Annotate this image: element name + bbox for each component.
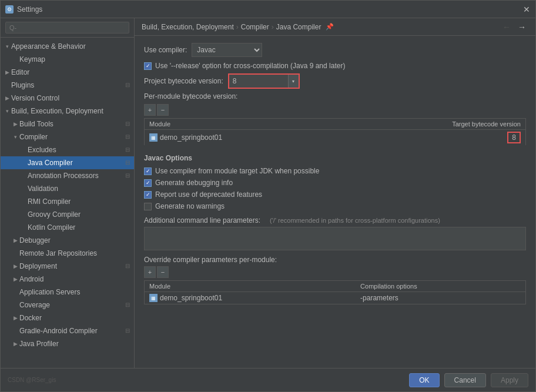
additional-params-note: ('/' recommended in paths for cross-plat… — [270, 217, 440, 224]
sidebar-item-editor[interactable]: ▶ Editor — [1, 66, 134, 79]
javac-option-checkbox-3[interactable]: ✓ — [144, 191, 152, 199]
add-override-button[interactable]: + — [144, 266, 156, 278]
sidebar-item-label: Java Profiler — [19, 339, 132, 349]
arrow-icon: ▾ — [3, 106, 11, 116]
ok-button[interactable]: OK — [409, 373, 439, 387]
override-module-name-cell: ▦ demo_springboot01 — [145, 292, 356, 304]
override-label: Override compiler parameters per-module: — [144, 256, 526, 264]
sidebar-item-android[interactable]: ▶ Android — [1, 273, 134, 286]
arrow-icon: ▶ — [11, 119, 19, 129]
javac-option-checkbox-4[interactable] — [144, 203, 152, 210]
additional-params-input[interactable] — [144, 227, 526, 250]
arrow-icon: ▶ — [11, 274, 19, 284]
sidebar-item-label: Coverage — [19, 300, 123, 310]
sidebar-item-label: Application Servers — [19, 287, 132, 297]
compiler-select[interactable]: Javac Eclipse Ajc — [192, 43, 262, 57]
sidebar-item-gradle-android-compiler[interactable]: Gradle-Android Compiler ⊟ — [1, 324, 134, 337]
sidebar-item-java-compiler[interactable]: Java Compiler ⊟ — [1, 156, 134, 169]
settings-icon: ⊟ — [123, 301, 132, 309]
arrow-icon: ▶ — [11, 313, 19, 323]
settings-icon: ⊟ — [123, 327, 132, 335]
sidebar-item-build-tools[interactable]: ▶ Build Tools ⊟ — [1, 118, 134, 130]
table-row[interactable]: ▦ demo_springboot01 -parameters — [145, 292, 526, 304]
pin-icon[interactable]: 📌 — [326, 23, 334, 31]
sidebar-item-version-control[interactable]: ▶ Version Control — [1, 92, 134, 105]
settings-icon: ⊟ — [123, 159, 132, 167]
sidebar-item-kotlin-compiler[interactable]: Kotlin Compiler — [1, 221, 134, 234]
javac-option-row-1: ✓ Use compiler from module target JDK wh… — [144, 167, 526, 175]
breadcrumb-separator: › — [272, 23, 274, 31]
sidebar-item-debugger[interactable]: ▶ Debugger — [1, 234, 134, 247]
module-name-cell: ▦ demo_springboot01 — [145, 130, 340, 146]
sidebar-item-label: Editor — [11, 67, 132, 78]
javac-option-row-4: Generate no warnings — [144, 202, 526, 210]
sidebar-item-rmi-compiler[interactable]: RMI Compiler — [1, 195, 134, 208]
sidebar-item-build-execution-deployment[interactable]: ▾ Build, Execution, Deployment — [1, 105, 134, 118]
sidebar-item-label: Annotation Processors — [28, 170, 123, 181]
sidebar-item-label: Groovy Compiler — [28, 209, 132, 220]
sidebar-item-plugins[interactable]: Plugins ⊟ — [1, 79, 134, 92]
override-col-options-header: Compilation options — [356, 281, 525, 292]
override-toolbar: + − — [144, 266, 526, 278]
sidebar-item-validation[interactable]: Validation — [1, 182, 134, 195]
breadcrumb-separator: › — [236, 23, 239, 31]
cross-compilation-row: ✓ Use '--release' option for cross-compi… — [144, 62, 526, 70]
bytecode-input[interactable] — [229, 75, 288, 88]
sidebar-item-label: Compiler — [19, 132, 123, 142]
sidebar-item-label: Kotlin Compiler — [28, 222, 132, 233]
sidebar-item-label: Java Compiler — [28, 158, 123, 168]
check-icon: ✓ — [146, 192, 150, 197]
sidebar-item-label: Remote Jar Repositories — [19, 248, 132, 259]
sidebar-item-label: Deployment — [19, 261, 123, 272]
remove-override-button[interactable]: − — [157, 266, 169, 278]
title-bar: ⚙ Settings ✕ — [1, 1, 535, 18]
javac-option-row-3: ✓ Report use of deprecated features — [144, 190, 526, 199]
target-value-cell: 8 — [340, 130, 526, 146]
panel-content: Use compiler: Javac Eclipse Ajc ✓ Use '-… — [135, 36, 535, 368]
sidebar-item-coverage[interactable]: Coverage ⊟ — [1, 299, 134, 311]
additional-params-header-row: Additional command line parameters: ('/'… — [144, 216, 526, 225]
search-input[interactable] — [5, 22, 129, 33]
sidebar-item-remote-jar-repositories[interactable]: Remote Jar Repositories — [1, 247, 134, 260]
remove-module-button[interactable]: − — [157, 104, 169, 116]
arrow-icon: ▶ — [3, 93, 11, 103]
apply-button[interactable]: Apply — [491, 373, 528, 387]
override-module-name: demo_springboot01 — [160, 294, 222, 302]
sidebar-item-annotation-processors[interactable]: Annotation Processors ⊟ — [1, 169, 134, 182]
arrow-icon: ▾ — [11, 132, 19, 142]
sidebar-item-application-servers[interactable]: Application Servers — [1, 286, 134, 299]
table-row[interactable]: ▦ demo_springboot01 8 — [145, 130, 526, 146]
settings-icon: ⊟ — [123, 133, 132, 141]
bytecode-dropdown-button[interactable]: ▾ — [288, 75, 299, 88]
sidebar-item-keymap[interactable]: Keymap — [1, 53, 134, 66]
arrow-icon: ▾ — [3, 41, 11, 52]
sidebar-item-java-profiler[interactable]: ▶ Java Profiler — [1, 337, 134, 350]
sidebar-item-excludes[interactable]: Excludes ⊟ — [1, 143, 134, 156]
javac-option-label-3: Report use of deprecated features — [155, 190, 262, 199]
sidebar-item-label: Gradle-Android Compiler — [19, 326, 123, 336]
javac-option-checkbox-1[interactable]: ✓ — [144, 167, 152, 175]
sidebar-item-label: Keymap — [19, 54, 132, 65]
sidebar-item-docker[interactable]: ▶ Docker — [1, 311, 134, 324]
sidebar-item-compiler[interactable]: ▾ Compiler ⊟ — [1, 130, 134, 143]
settings-window: ⚙ Settings ✕ ▾ Appearance & Behavior Key… — [0, 0, 536, 392]
back-button[interactable]: ← — [500, 21, 513, 33]
override-options-cell: -parameters — [356, 292, 525, 304]
additional-params-row: Additional command line parameters: ('/'… — [144, 216, 526, 252]
cross-compilation-checkbox[interactable]: ✓ — [144, 62, 152, 70]
sidebar-item-appearance-behavior[interactable]: ▾ Appearance & Behavior — [1, 40, 134, 53]
add-module-button[interactable]: + — [144, 104, 156, 116]
arrow-icon: ▶ — [11, 261, 19, 272]
sidebar: ▾ Appearance & Behavior Keymap ▶ Editor … — [1, 18, 135, 368]
close-button[interactable]: ✕ — [522, 5, 531, 14]
override-col-module-header: Module — [145, 281, 356, 292]
cancel-button[interactable]: Cancel — [444, 373, 486, 387]
forward-button[interactable]: → — [515, 21, 528, 33]
module-toolbar: + − — [144, 104, 526, 116]
module-icon: ▦ — [149, 294, 158, 302]
javac-option-checkbox-2[interactable]: ✓ — [144, 179, 152, 187]
watermark: CSDN @RSer_gis — [8, 377, 56, 383]
sidebar-item-deployment[interactable]: ▶ Deployment ⊟ — [1, 260, 134, 273]
sidebar-item-groovy-compiler[interactable]: Groovy Compiler — [1, 208, 134, 221]
use-compiler-row: Use compiler: Javac Eclipse Ajc — [144, 43, 526, 57]
